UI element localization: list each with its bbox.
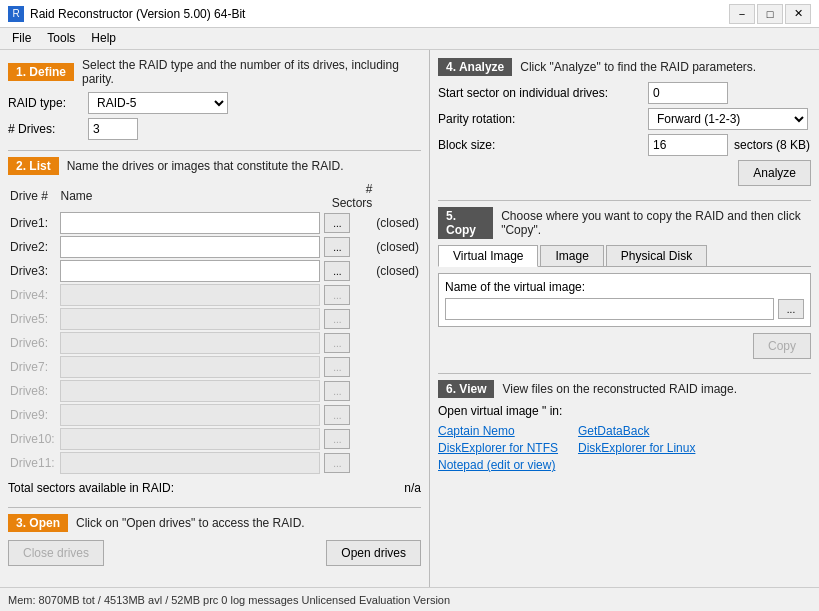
close-drives-button[interactable]: Close drives [8,540,104,566]
drive-browse-5: ... [324,309,350,329]
col-sectors: # Sectors [322,181,374,211]
drive-status-10 [374,427,421,451]
drive-status-4 [374,283,421,307]
drive-browse-3[interactable]: ... [324,261,350,281]
right-panel: 4. Analyze Click "Analyze" to find the R… [430,50,819,587]
drive-label-2: Drive2: [8,235,58,259]
link-notepad[interactable]: Notepad (edit or view) [438,458,558,472]
total-row: Total sectors available in RAID: n/a [8,481,421,495]
parity-rotation-select[interactable]: Forward (1-2-3) Backward (3-2-1) None [648,108,808,130]
left-panel: 1. Define Select the RAID type and the n… [0,50,430,587]
total-value: n/a [404,481,421,495]
num-drives-label: # Drives: [8,122,88,136]
open-drives-button[interactable]: Open drives [326,540,421,566]
start-sector-row: Start sector on individual drives: [438,82,811,104]
drive-browse-6: ... [324,333,350,353]
link-getdataback[interactable]: GetDataBack [578,424,695,438]
drive-row-10: Drive10:... [8,427,421,451]
tab-image[interactable]: Image [540,245,603,266]
virtual-image-input[interactable] [445,298,774,320]
start-sector-input[interactable] [648,82,728,104]
drive-label-3: Drive3: [8,259,58,283]
tab-virtual-image[interactable]: Virtual Image [438,245,538,267]
open-buttons-row: Close drives Open drives [8,540,421,566]
drive-browse-4: ... [324,285,350,305]
title-bar: R Raid Reconstructor (Version 5.00) 64-B… [0,0,819,28]
drive-row-9: Drive9:... [8,403,421,427]
drives-table: Drive # Name # Sectors Drive1:...(closed… [8,181,421,475]
parity-rotation-row: Parity rotation: Forward (1-2-3) Backwar… [438,108,811,130]
copy-badge: 5. Copy [438,207,493,239]
num-drives-input[interactable] [88,118,138,140]
drive-status-2: (closed) [374,235,421,259]
block-size-note: sectors (8 KB) [734,138,810,152]
drive-status-6 [374,331,421,355]
raid-type-row: RAID type: RAID-5 RAID-0 RAID-6 JBOD [8,92,421,114]
menu-help[interactable]: Help [83,30,124,47]
drive-input-3[interactable] [60,260,320,282]
copy-button[interactable]: Copy [753,333,811,359]
menu-tools[interactable]: Tools [39,30,83,47]
drive-status-5 [374,307,421,331]
drive-input-11 [60,452,320,474]
block-size-row: Block size: sectors (8 KB) [438,134,811,156]
drive-label-1: Drive1: [8,211,58,235]
minimize-button[interactable]: − [729,4,755,24]
drive-input-4 [60,284,320,306]
drive-browse-8: ... [324,381,350,401]
copy-header: 5. Copy Choose where you want to copy th… [438,207,811,239]
close-button[interactable]: ✕ [785,4,811,24]
app-icon: R [8,6,24,22]
analyze-button[interactable]: Analyze [738,160,811,186]
analyze-header: 4. Analyze Click "Analyze" to find the R… [438,58,811,76]
drive-row-5: Drive5:... [8,307,421,331]
maximize-button[interactable]: □ [757,4,783,24]
virtual-image-content: Name of the virtual image: ... [438,273,811,327]
drive-input-9 [60,404,320,426]
view-section: 6. View View files on the reconstructed … [438,380,811,472]
open-in-label: Open virtual image " in: [438,404,811,418]
drive-row-4: Drive4:... [8,283,421,307]
raid-type-select[interactable]: RAID-5 RAID-0 RAID-6 JBOD [88,92,228,114]
drive-label-11: Drive11: [8,451,58,475]
menu-file[interactable]: File [4,30,39,47]
drive-browse-10: ... [324,429,350,449]
drive-input-7 [60,356,320,378]
drive-row-7: Drive7:... [8,355,421,379]
analyze-btn-row: Analyze [438,160,811,186]
analyze-desc: Click "Analyze" to find the RAID paramet… [520,60,756,74]
list-desc: Name the drives or images that constitut… [67,159,344,173]
tab-physical-disk[interactable]: Physical Disk [606,245,707,266]
virtual-image-label: Name of the virtual image: [445,280,804,294]
copy-btn-row: Copy [438,333,811,359]
drive-browse-1[interactable]: ... [324,213,350,233]
list-section-header: 2. List Name the drives or images that c… [8,157,421,175]
drive-status-7 [374,355,421,379]
drive-row-11: Drive11:... [8,451,421,475]
drive-browse-9: ... [324,405,350,425]
drive-browse-2[interactable]: ... [324,237,350,257]
drive-input-1[interactable] [60,212,320,234]
links-col-2: GetDataBack DiskExplorer for Linux [578,424,695,472]
link-diskexplorer-ntfs[interactable]: DiskExplorer for NTFS [438,441,558,455]
define-section-header: 1. Define Select the RAID type and the n… [8,58,421,86]
link-diskexplorer-linux[interactable]: DiskExplorer for Linux [578,441,695,455]
drive-row-1: Drive1:...(closed) [8,211,421,235]
main-content: 1. Define Select the RAID type and the n… [0,50,819,587]
open-desc: Click on "Open drives" to access the RAI… [76,516,305,530]
drive-label-6: Drive6: [8,331,58,355]
drive-input-5 [60,308,320,330]
drive-status-8 [374,379,421,403]
link-captain-nemo[interactable]: Captain Nemo [438,424,558,438]
block-size-input[interactable] [648,134,728,156]
links-col-1: Captain Nemo DiskExplorer for NTFS Notep… [438,424,558,472]
drive-status-9 [374,403,421,427]
drive-input-6 [60,332,320,354]
virtual-image-browse-button[interactable]: ... [778,299,804,319]
open-badge: 3. Open [8,514,68,532]
drive-label-4: Drive4: [8,283,58,307]
col-drive-num: Drive # [8,181,58,211]
drive-input-2[interactable] [60,236,320,258]
drive-label-7: Drive7: [8,355,58,379]
list-badge: 2. List [8,157,59,175]
